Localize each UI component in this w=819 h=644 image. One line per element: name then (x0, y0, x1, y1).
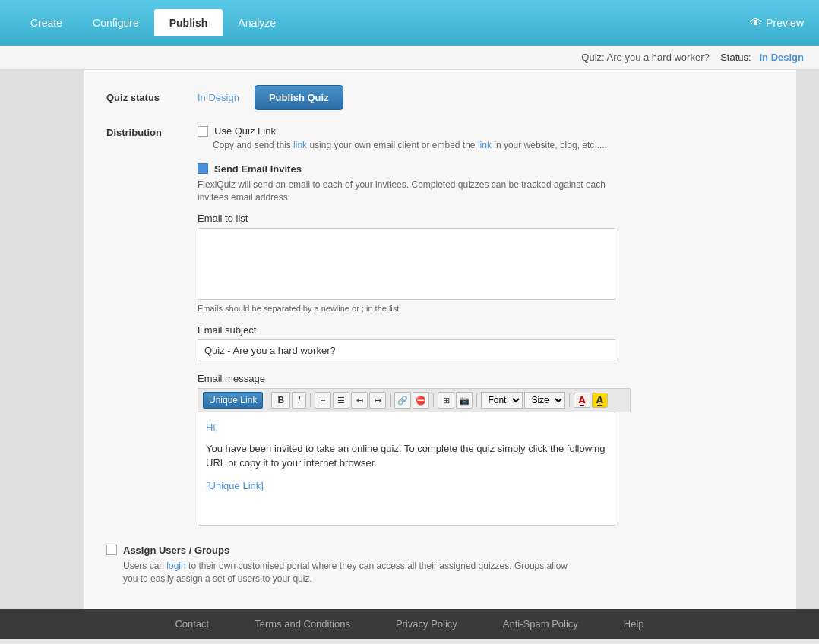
use-quiz-link-option: Use Quiz Link (198, 125, 607, 137)
top-nav: Create Configure Publish Analyze 👁 Previ… (0, 0, 819, 46)
highlight-color-button[interactable]: A̲ (592, 393, 608, 408)
table-icon[interactable]: ⊞ (438, 392, 454, 409)
publish-quiz-button[interactable]: Publish Quiz (255, 85, 343, 110)
email-subject-input[interactable] (198, 339, 615, 361)
assign-row: Assign Users / Groups (106, 545, 773, 556)
nav-item-configure[interactable]: Configure (77, 9, 154, 36)
footer-contact[interactable]: Contact (175, 618, 209, 630)
footer-terms[interactable]: Terms and Conditions (255, 618, 350, 630)
status-prefix: Status: (720, 52, 751, 63)
font-color-button[interactable]: A̲ (574, 393, 590, 408)
quiz-link-1[interactable]: link (293, 140, 307, 150)
quiz-status-value: In Design (198, 92, 239, 103)
nav-item-analyze[interactable]: Analyze (223, 9, 291, 36)
footer-anti-spam[interactable]: Anti-Spam Policy (503, 618, 578, 630)
quiz-link-2[interactable]: link (478, 140, 492, 150)
eye-icon: 👁 (750, 16, 762, 30)
unordered-list-icon[interactable]: ☰ (333, 392, 349, 409)
use-quiz-link-desc: Copy and send this link using your own e… (198, 139, 607, 152)
email-to-list-label: Email to list (198, 213, 631, 224)
distribution-row: Distribution Use Quiz Link Copy and send… (106, 125, 773, 152)
preview-link[interactable]: 👁 Preview (750, 16, 804, 30)
assign-users-checkbox[interactable] (106, 545, 117, 555)
distribution-section: Distribution Use Quiz Link Copy and send… (106, 125, 773, 526)
italic-button[interactable]: I (292, 392, 306, 409)
assign-users-desc: Users can login to their own customised … (123, 560, 579, 586)
use-quiz-link-label[interactable]: Use Quiz Link (214, 125, 276, 137)
assign-login-link[interactable]: login (166, 560, 185, 571)
distribution-options: Use Quiz Link Copy and send this link us… (198, 125, 607, 152)
send-email-invites-label[interactable]: Send Email Invites (214, 163, 302, 175)
nav-item-publish[interactable]: Publish (154, 9, 223, 36)
ordered-list-icon[interactable]: ≡ (315, 392, 331, 409)
toolbar-sep-4 (433, 393, 434, 407)
footer-help[interactable]: Help (624, 618, 644, 630)
msg-unique-link: [Unique Link] (206, 478, 607, 494)
use-quiz-link-checkbox[interactable] (198, 126, 208, 137)
quiz-status-label: Quiz status (106, 92, 198, 103)
msg-hi: Hi, (206, 420, 607, 435)
content-area: Quiz status In Design Publish Quiz Distr… (84, 70, 796, 609)
footer-privacy[interactable]: Privacy Policy (396, 618, 457, 630)
nav-item-create[interactable]: Create (15, 9, 77, 36)
font-select[interactable]: Font (481, 392, 523, 409)
toolbar-sep-2 (310, 393, 311, 407)
assign-users-label: Assign Users / Groups (123, 545, 229, 556)
footer: Contact Terms and Conditions Privacy Pol… (0, 609, 819, 639)
bold-button[interactable]: B (271, 392, 290, 409)
nav-items: Create Configure Publish Analyze (15, 9, 291, 36)
email-invites-header: Send Email Invites (198, 163, 631, 175)
main-content: Quiz status In Design Publish Quiz Distr… (0, 70, 819, 609)
link-icon[interactable]: 🔗 (394, 392, 411, 409)
toolbar-sep-5 (476, 393, 477, 407)
unique-link-button[interactable]: Unique Link (203, 392, 263, 409)
quiz-name: Quiz: Are you a hard worker? (581, 52, 709, 63)
preview-label: Preview (766, 17, 804, 29)
outdent-icon[interactable]: ↤ (351, 392, 368, 409)
send-email-invites-checkbox[interactable] (198, 163, 208, 174)
email-subject-label: Email subject (198, 324, 631, 336)
email-hint: Emails should be separated by a newline … (198, 304, 631, 313)
send-email-invites-section: Send Email Invites FlexiQuiz will send a… (106, 163, 773, 526)
email-message-label: Email message (198, 373, 631, 384)
indent-icon[interactable]: ↦ (369, 392, 386, 409)
toolbar-sep-3 (390, 393, 391, 407)
status-bar: Quiz: Are you a hard worker? Status: In … (0, 46, 819, 70)
size-select[interactable]: Size (524, 392, 565, 409)
toolbar-sep-1 (267, 393, 267, 407)
quiz-status-row: Quiz status In Design Publish Quiz (106, 85, 773, 110)
sidebar (0, 70, 84, 609)
right-panel (796, 70, 819, 609)
email-toolbar: Unique Link B I ≡ ☰ ↤ ↦ 🔗 ⛔ (198, 388, 631, 412)
status-value: In Design (759, 52, 804, 63)
toolbar-sep-6 (569, 393, 570, 407)
email-message-body[interactable]: Hi, You have been invited to take an onl… (198, 412, 615, 526)
image-icon[interactable]: 📷 (456, 392, 473, 409)
assign-users-section: Assign Users / Groups Users can login to… (106, 545, 773, 586)
unlink-icon[interactable]: ⛔ (413, 392, 429, 409)
email-to-list-input[interactable] (198, 228, 615, 300)
msg-body-text: You have been invited to take an online … (206, 441, 607, 471)
distribution-label: Distribution (106, 125, 198, 138)
email-invites-desc: FlexiQuiz will send an email to each of … (198, 178, 631, 204)
